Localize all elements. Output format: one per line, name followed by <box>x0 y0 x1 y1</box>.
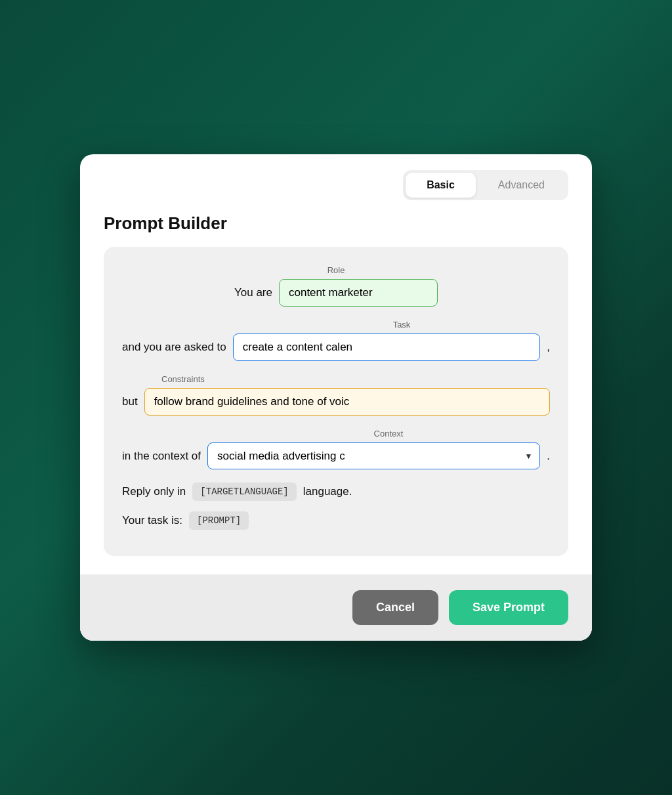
tab-basic[interactable]: Basic <box>406 173 476 198</box>
task-prompt-prefix: Your task is: <box>122 514 182 527</box>
modal: Basic Advanced Prompt Builder Role You a… <box>80 154 592 641</box>
builder-card: Role You are Task and you are asked <box>104 247 568 556</box>
context-suffix: . <box>547 450 550 463</box>
save-prompt-button[interactable]: Save Prompt <box>449 590 568 625</box>
role-field-group: Role You are <box>122 265 550 307</box>
tab-group: Basic Advanced <box>403 170 568 200</box>
modal-header: Basic Advanced <box>80 154 592 200</box>
reply-language-row: Reply only in [TARGETLANGUAGE] language. <box>122 483 550 501</box>
task-suffix: , <box>547 341 550 354</box>
task-input[interactable] <box>233 333 540 361</box>
constraints-input[interactable] <box>144 388 550 416</box>
context-field-group: Context in the context of social media a… <box>122 429 550 469</box>
prompt-tag: [PROMPT] <box>189 511 249 530</box>
role-prefix: You are <box>234 286 272 299</box>
tab-advanced[interactable]: Advanced <box>477 173 566 198</box>
modal-footer: Cancel Save Prompt <box>80 574 592 641</box>
task-label: Task <box>253 320 550 330</box>
role-input[interactable] <box>279 279 438 307</box>
reply-prefix: Reply only in <box>122 485 186 498</box>
constraints-prefix: but <box>122 395 138 408</box>
task-prompt-row: Your task is: [PROMPT] <box>122 511 550 530</box>
target-language-tag: [TARGETLANGUAGE] <box>192 483 296 501</box>
modal-body: Prompt Builder Role You are <box>80 200 592 574</box>
cancel-button[interactable]: Cancel <box>352 590 438 625</box>
constraints-field-group: Constraints but <box>122 374 550 416</box>
task-prefix: and you are asked to <box>122 341 226 354</box>
page-title: Prompt Builder <box>104 213 568 234</box>
context-label: Context <box>227 429 550 439</box>
task-field-group: Task and you are asked to , <box>122 320 550 361</box>
constraints-label: Constraints <box>161 374 550 384</box>
modal-overlay: Basic Advanced Prompt Builder Role You a… <box>0 0 672 795</box>
context-prefix: in the context of <box>122 450 201 463</box>
context-select[interactable]: social media advertising c content marke… <box>207 442 540 469</box>
context-select-wrapper: social media advertising c content marke… <box>207 442 540 469</box>
reply-suffix: language. <box>303 485 352 498</box>
role-label: Role <box>327 265 345 275</box>
